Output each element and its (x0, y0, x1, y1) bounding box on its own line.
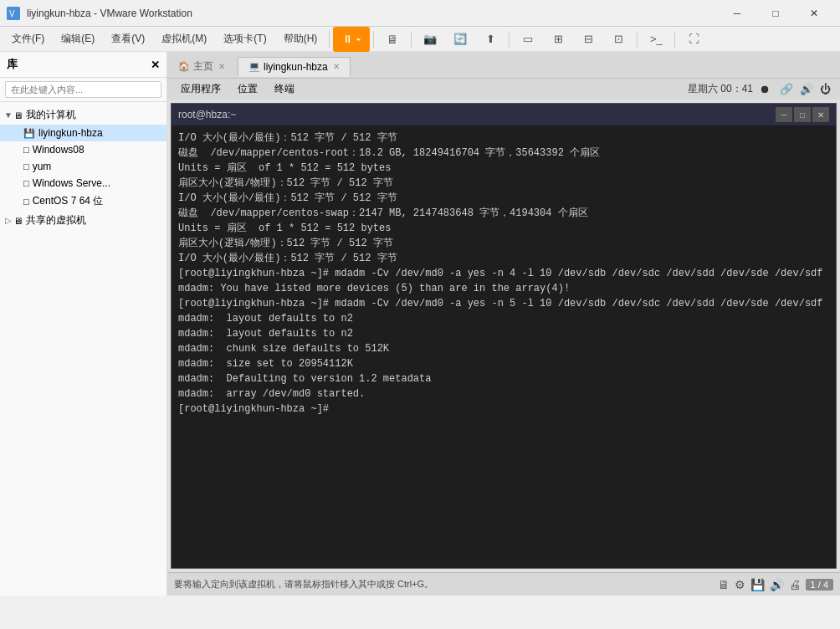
tab-vm-label: liyingkun-hbza (264, 61, 328, 73)
minimize-button[interactable]: ─ (718, 0, 756, 27)
sidebar-item-windows08[interactable]: □ Windows08 (0, 141, 166, 158)
tab-bar: 🏠 主页 ✕ 💻 liyingkun-hbza ✕ (167, 52, 840, 79)
sidebar-label-yum: yum (33, 161, 52, 172)
sidebar-label-liyingkun: liyingkun-hbza (38, 127, 103, 139)
sidebar-header: 库 ✕ (0, 52, 166, 78)
terminal-line: mdadm: layout defaults to n2 (178, 311, 829, 326)
menu-view[interactable]: 查看(V) (103, 28, 153, 49)
svg-text:V: V (9, 9, 15, 18)
sidebar-tree: ▼ 🖥 我的计算机 💾 liyingkun-hbza □ Windows08 □… (0, 102, 166, 596)
sidebar-label-win08: Windows08 (33, 144, 85, 156)
sidebar-label-centos: CentOS 7 64 位 (33, 194, 104, 208)
vm-icon-winserver: □ (23, 178, 29, 188)
hdd-icon[interactable]: 💾 (750, 578, 765, 591)
terminal-line: mdadm: layout defaults to n2 (178, 326, 829, 341)
title-bar: V liyingkun-hbza - VMware Workstation ─ … (0, 0, 840, 27)
power-icon[interactable]: ⏻ (820, 83, 833, 96)
menu-vm[interactable]: 虚拟机(M) (153, 28, 215, 49)
terminal-close-btn[interactable]: ✕ (812, 107, 829, 122)
terminal-minimize-btn[interactable]: ─ (776, 107, 792, 122)
vm-menu-left: 应用程序 位置 终端 (174, 80, 301, 98)
snapshot3-button[interactable]: ⬆ (475, 27, 505, 52)
terminal-line: mdadm: Defaulting to version 1.2 metadat… (178, 371, 829, 386)
sidebar-close-icon[interactable]: ✕ (151, 59, 160, 71)
terminal-line: Units = 扇区 of 1 * 512 = 512 bytes (178, 161, 829, 176)
sidebar-item-shared[interactable]: ▷ 🖥 共享的虚拟机 (0, 211, 166, 230)
terminal-line: mdadm: array /dev/md0 started. (178, 386, 829, 401)
terminal-title-bar: root@hbza:~ ─ □ ✕ (172, 104, 836, 125)
sidebar-item-liyingkun[interactable]: 💾 liyingkun-hbza (0, 125, 166, 141)
close-button[interactable]: ✕ (795, 0, 833, 27)
maximize-button[interactable]: □ (756, 0, 795, 27)
toolbar-sep-6 (674, 31, 675, 48)
sidebar-search-input[interactable] (5, 81, 161, 98)
volume-icon[interactable]: 🔊 (800, 83, 813, 96)
fullscreen-button[interactable]: ⛶ (679, 27, 709, 52)
terminal-line: 磁盘 /dev/mapper/centos-swap：2147 MB, 2147… (178, 206, 829, 221)
snapshot2-button[interactable]: 🔄 (445, 27, 475, 52)
terminal-line: mdadm: chunk size defaults to 512K (178, 341, 829, 356)
vm-menu-terminal[interactable]: 终端 (268, 80, 301, 98)
terminal-maximize-btn[interactable]: □ (794, 107, 811, 122)
vm-menu-apps[interactable]: 应用程序 (174, 80, 228, 98)
sidebar-search-area (0, 78, 166, 102)
tab-vm[interactable]: 💻 liyingkun-hbza ✕ (238, 57, 351, 77)
toolbar-sep-3 (411, 31, 412, 48)
network-status-icon[interactable]: 🖥 (718, 578, 730, 591)
vm-icon-centos: □ (23, 197, 29, 207)
usb-icon[interactable]: ⚙ (735, 578, 745, 591)
bottom-right: 🖥 ⚙ 💾 🔊 🖨 1 / 4 (718, 578, 833, 591)
window-controls: ─ □ ✕ (718, 0, 833, 27)
sidebar-item-label: 我的计算机 (26, 108, 76, 122)
record-icon[interactable]: ⏺ (760, 83, 773, 96)
terminal-line: [root@liyingkhun-hbza ~]# mdadm -Cv /dev… (178, 266, 829, 281)
terminal-body[interactable]: I/O 大小(最小/最佳)：512 字节 / 512 字节磁盘 /dev/map… (172, 125, 836, 568)
network-icon[interactable]: 🔗 (780, 83, 793, 96)
layout3-button[interactable]: ⊟ (573, 27, 603, 52)
pause-button[interactable]: ⏸ ▾ (333, 27, 370, 52)
home-tab-icon: 🏠 (178, 61, 190, 72)
main-content: 库 ✕ ▼ 🖥 我的计算机 💾 liyingkun-hbza □ Windows… (0, 52, 840, 596)
vm-menu-right: 星期六 00：41 ⏺ 🔗 🔊 ⏻ (688, 82, 833, 96)
layout1-button[interactable]: ▭ (513, 27, 543, 52)
tab-home[interactable]: 🏠 主页 ✕ (167, 55, 236, 78)
layout4-button[interactable]: ⊡ (603, 27, 633, 52)
vm-area[interactable]: root@hbza:~ ─ □ ✕ I/O 大小(最小/最佳)：512 字节 /… (167, 100, 840, 572)
menu-edit[interactable]: 编辑(E) (53, 28, 103, 49)
menu-bar: 文件(F) 编辑(E) 查看(V) 虚拟机(M) 选项卡(T) 帮助(H) ⏸ … (0, 27, 840, 52)
terminal-window: root@hbza:~ ─ □ ✕ I/O 大小(最小/最佳)：512 字节 /… (171, 103, 837, 569)
sidebar-item-winserver[interactable]: □ Windows Serve... (0, 175, 166, 192)
vm-menubar: 应用程序 位置 终端 星期六 00：41 ⏺ 🔗 🔊 ⏻ (167, 79, 840, 100)
printer-icon[interactable]: 🖨 (789, 578, 801, 591)
console-button[interactable]: >_ (641, 27, 671, 52)
expand-icon-computer: ▼ (3, 110, 13, 120)
toolbar-sep-2 (373, 31, 374, 48)
sidebar-item-my-computer[interactable]: ▼ 🖥 我的计算机 (0, 105, 166, 125)
terminal-line: 扇区大小(逻辑/物理)：512 字节 / 512 字节 (178, 176, 829, 191)
terminal-line: 磁盘 /dev/mapper/centos-root：18.2 GB, 1824… (178, 146, 829, 161)
snapshot-button[interactable]: 📷 (415, 27, 445, 52)
monitor-button[interactable]: 🖥 (377, 27, 407, 52)
tab-vm-close[interactable]: ✕ (333, 62, 340, 71)
toolbar-sep-4 (509, 31, 510, 48)
tab-home-close[interactable]: ✕ (218, 62, 225, 71)
sidebar-item-yum[interactable]: □ yum (0, 158, 166, 175)
vm-menu-location[interactable]: 位置 (231, 80, 264, 98)
vm-time: 星期六 00：41 (688, 82, 753, 96)
terminal-line: 扇区大小(逻辑/物理)：512 字节 / 512 字节 (178, 236, 829, 251)
shared-icon: 🖥 (13, 216, 23, 226)
sidebar-title: 库 (7, 57, 18, 72)
computer-icon: 🖥 (13, 110, 23, 120)
sidebar-label-winserver: Windows Serve... (33, 177, 110, 189)
status-text: 要将输入定向到该虚拟机，请将鼠标指针移入其中或按 Ctrl+G。 (174, 578, 433, 591)
sound-icon[interactable]: 🔊 (770, 578, 784, 591)
layout2-button[interactable]: ⊞ (543, 27, 573, 52)
terminal-line: I/O 大小(最小/最佳)：512 字节 / 512 字节 (178, 191, 829, 206)
menu-help[interactable]: 帮助(H) (275, 28, 326, 49)
menu-file[interactable]: 文件(F) (3, 28, 53, 49)
expand-icon-shared: ▷ (3, 216, 13, 225)
menu-tabs[interactable]: 选项卡(T) (215, 28, 274, 49)
terminal-line: mdadm: size set to 20954112K (178, 356, 829, 371)
app-title: liyingkun-hbza - VMware Workstation (27, 8, 718, 19)
sidebar-item-centos[interactable]: □ CentOS 7 64 位 (0, 192, 166, 211)
